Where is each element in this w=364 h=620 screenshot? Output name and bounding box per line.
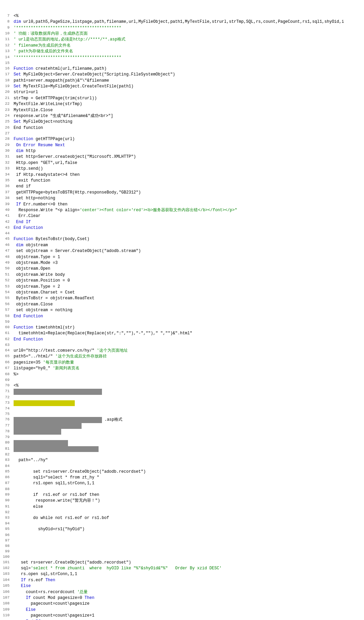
code-line-15: 15 (0, 61, 364, 66)
line-number: 9 (0, 25, 12, 31)
line-number: 42 (0, 219, 12, 225)
line-number: 36 (0, 184, 12, 189)
code-line-103: 103 rs.open sql,strConn,1,1 (0, 571, 364, 577)
line-content: ' url是动态页面的地址,必须是http://****/**.asp格式 (12, 37, 364, 43)
line-content: if rs1.eof or rs1.bof then (12, 492, 364, 498)
line-content: '***************************************… (12, 25, 364, 31)
line-content: objstream.Close (12, 302, 364, 307)
line-number: 67 (0, 366, 12, 371)
line-number: 69 (0, 378, 12, 383)
line-number: 94 (0, 521, 12, 526)
line-content: Response.Write "<p align='center'><font … (12, 207, 364, 213)
code-line-97: 97 (0, 538, 364, 543)
code-line-107: 107 If count Mod pagesize=0 Then (0, 595, 364, 601)
line-number: 77 (0, 423, 12, 429)
line-number: 95 (0, 526, 12, 532)
line-content: Function BytesToBstr(body,Cset) (12, 236, 364, 242)
line-content: Set MyFileObject=nothing (12, 119, 364, 125)
code-line-59: 59 (0, 319, 364, 325)
code-line-35: 35 exit function (0, 178, 364, 184)
line-content (12, 319, 364, 325)
code-line-23: 23MytextFile.Close (0, 107, 364, 113)
line-number: 91 (0, 504, 12, 510)
line-number: 97 (0, 538, 12, 543)
line-number: 72 (0, 395, 12, 400)
code-line-94: 94 (0, 521, 364, 526)
code-line-52: 52 objstream.Position = 0 (0, 278, 364, 284)
line-content (12, 452, 364, 457)
line-content: objstream.Mode =3 (12, 260, 364, 266)
line-content: end if (12, 184, 364, 189)
line-number: 41 (0, 213, 12, 219)
code-line-75: 75 (0, 412, 364, 417)
line-content: Set MyFileObject=Server.CreateObject("Sc… (12, 72, 364, 78)
code-line-104: 104 If rs.eof Then (0, 577, 364, 583)
line-content: BytesToBstr = objstream.ReadText (12, 296, 364, 301)
code-line-110: 110 pagecount=count\pagesize+1 (0, 613, 364, 619)
line-content (12, 543, 364, 549)
line-content: getHTTPPage=bytesToBSTR(Http.responseBod… (12, 190, 364, 196)
line-content: objstream.Charset = Cset (12, 290, 364, 296)
line-number: 78 (0, 429, 12, 435)
line-content: Http.send() (12, 166, 364, 172)
line-number: 81 (0, 446, 12, 452)
code-line-50: 50 objstream.Open (0, 266, 364, 272)
line-content: Http.open "GET",url,false (12, 160, 364, 166)
line-content: strTmp = GetHTTPPage(trim(strurl)) (12, 96, 364, 101)
line-number: 103 (0, 571, 12, 577)
code-line-42: 42 End If (0, 219, 364, 225)
code-line-14: 14'*************************************… (0, 55, 364, 61)
code-line-101: 101 set rs=server.CreateObject("adodb.re… (0, 560, 364, 566)
code-line-106: 106 count=rs.recordcount '总量 (0, 589, 364, 595)
line-content: response.write("暂无内容！") (12, 498, 364, 504)
code-line-56: 56 objstream.Close (0, 302, 364, 307)
code-line-34: 34 if Http.readystate<>4 then (0, 172, 364, 178)
line-number: 87 (0, 481, 12, 486)
line-content: Function timetohhtml(str) (12, 325, 364, 331)
code-line-67: 67listpage="hy0_" '新闻列表页名 (0, 366, 364, 371)
code-line-90: 90 response.write("暂无内容！") (0, 498, 364, 504)
line-number: 92 (0, 510, 12, 515)
line-content: objstream.Type = 2 (12, 284, 364, 290)
code-line-51: 51 objstream.Write body (0, 272, 364, 278)
code-line-109: 109 Else (0, 607, 364, 613)
code-line-78: 78 (0, 429, 364, 435)
line-number: 48 (0, 254, 12, 260)
code-line-100: 100 (0, 554, 364, 560)
code-line-46: 46 dim objstream (0, 242, 364, 248)
code-line-53: 53 objstream.Type = 2 (0, 284, 364, 290)
line-content (12, 554, 364, 560)
line-number: 11 (0, 37, 12, 43)
line-number: 93 (0, 515, 12, 521)
line-number: 104 (0, 577, 12, 583)
line-content: set objstream = nothing (12, 307, 364, 313)
code-line-44: 44 (0, 231, 364, 236)
code-line-47: 47 set objstream = Server.CreateObject("… (0, 248, 364, 254)
line-number: 74 (0, 406, 12, 412)
line-content: ' filename为生成后的文件名 (12, 43, 364, 49)
line-content: On Error Resume Next (12, 143, 364, 148)
line-number: 15 (0, 61, 12, 66)
line-content: End Function (12, 337, 364, 342)
code-line-37: 37 getHTTPPage=bytesToBSTR(Http.response… (0, 190, 364, 196)
code-line-41: 41 Err.Clear (0, 213, 364, 219)
line-content: objstream.Open (12, 266, 364, 272)
line-content: If count Mod pagesize=0 Then (12, 595, 364, 601)
line-number: 83 (0, 457, 12, 463)
line-content (12, 510, 364, 515)
line-content (12, 389, 364, 395)
code-line-20: 20strurl=url (0, 89, 364, 95)
line-content (12, 487, 364, 492)
code-line-69: 69 (0, 378, 364, 383)
line-number: 34 (0, 172, 12, 178)
line-number: 86 (0, 475, 12, 481)
line-number: 18 (0, 78, 12, 84)
line-number: 12 (0, 43, 12, 49)
line-content: Else (12, 607, 364, 613)
code-line-27: 27 (0, 131, 364, 136)
line-content: shyOid=rs1("hyOid") (12, 526, 364, 532)
line-number: 49 (0, 260, 12, 266)
line-content (12, 423, 364, 429)
line-number: 89 (0, 492, 12, 498)
line-number: 56 (0, 302, 12, 307)
